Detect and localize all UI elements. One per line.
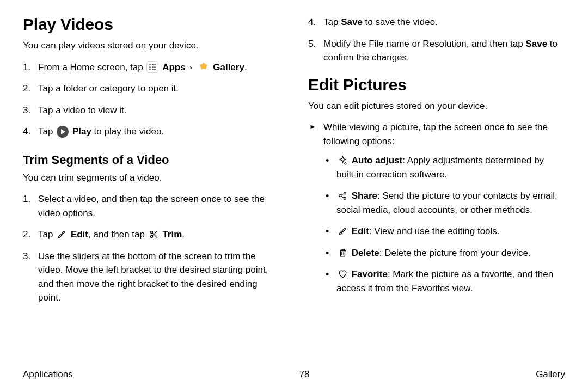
opt-share: Share: Send the picture to your contacts… [323, 189, 565, 217]
edit-opt-label: Edit [352, 226, 369, 236]
favorite-icon [338, 269, 348, 279]
share-label: Share [352, 191, 377, 201]
gallery-icon [198, 61, 210, 73]
opt-auto: Auto adjust: Apply adjustments determine… [323, 154, 565, 181]
scissors-icon [149, 229, 159, 240]
right-column: Tap Save to save the video. Modify the F… [308, 15, 565, 313]
trim-step-1: Select a video, and then tap the screen … [23, 192, 280, 220]
trim-2b: , and then tap [88, 229, 148, 240]
step-1-text-a: From a Home screen, tap [38, 62, 145, 72]
trim-step-4: Tap Save to save the video. [308, 15, 565, 29]
heading-play-videos: Play Videos [23, 15, 280, 34]
trim-2c: . [182, 229, 185, 240]
save-label-2: Save [525, 39, 547, 49]
lead-item: While viewing a picture, tap the screen … [308, 120, 565, 295]
edit-label: Edit [71, 229, 88, 240]
play-videos-steps: From a Home screen, tap Apps › Gallery. … [23, 60, 280, 139]
delete-text: : Delete the picture from your device. [379, 248, 531, 258]
footer-left: Applications [23, 369, 73, 380]
gallery-label: Gallery [213, 62, 244, 72]
opt-edit: Edit: View and use the editing tools. [323, 224, 565, 238]
svg-point-1 [150, 231, 152, 234]
opt-delete: Delete: Delete the picture from your dev… [323, 246, 565, 260]
favorite-label: Favorite [352, 269, 388, 279]
trim-steps-continued: Tap Save to save the video. Modify the F… [308, 15, 565, 65]
footer-page-number: 78 [299, 369, 309, 380]
trim-label: Trim [162, 229, 182, 240]
apps-label: Apps [162, 62, 186, 72]
delete-icon [338, 248, 348, 258]
footer-right: Gallery [536, 369, 565, 380]
c4a: Tap [323, 17, 341, 27]
auto-adjust-icon [338, 155, 348, 166]
left-column: Play Videos You can play videos stored o… [23, 15, 280, 313]
edit-pictures-lead: While viewing a picture, tap the screen … [308, 120, 565, 295]
footer: Applications 78 Gallery [23, 369, 565, 380]
trim-2a: Tap [38, 229, 56, 240]
intro-play-videos: You can play videos stored on your devic… [23, 39, 280, 53]
c5a: Modify the File name or Resolution, and … [323, 39, 525, 49]
svg-point-0 [150, 236, 152, 238]
step-4: Tap Play to play the video. [23, 125, 280, 139]
step-4-text-b: to play the video. [91, 126, 164, 137]
chevron-right-icon: › [189, 63, 192, 71]
edit-opt-text: : View and use the editing tools. [369, 226, 500, 236]
trim-step-3: Use the sliders at the bottom of the scr… [23, 249, 280, 305]
edit-icon [338, 226, 348, 236]
delete-label: Delete [352, 248, 379, 258]
step-3: Tap a video to view it. [23, 103, 280, 118]
heading-edit-pictures: Edit Pictures [308, 76, 565, 94]
step-2: Tap a folder or category to open it. [23, 82, 280, 96]
lead-text: While viewing a picture, tap the screen … [323, 122, 548, 146]
opt-favorite: Favorite: Mark the picture as a favorite… [323, 267, 565, 295]
trim-step-5: Modify the File name or Resolution, and … [308, 37, 565, 65]
trim-steps: Select a video, and then tap the screen … [23, 192, 280, 305]
play-label: Play [72, 126, 91, 137]
save-label-1: Save [341, 17, 363, 27]
c4b: to save the video. [363, 17, 438, 27]
intro-edit-pictures: You can edit pictures stored on your dev… [308, 100, 565, 113]
step-1: From a Home screen, tap Apps › Gallery. [23, 60, 280, 75]
columns: Play Videos You can play videos stored o… [23, 15, 565, 313]
trim-step-2: Tap Edit, and then tap Trim. [23, 228, 280, 242]
edit-options: Auto adjust: Apply adjustments determine… [323, 154, 565, 295]
heading-trim: Trim Segments of a Video [23, 153, 280, 167]
play-icon [57, 126, 69, 138]
step-4-text-a: Tap [38, 126, 56, 137]
apps-icon [146, 61, 158, 73]
share-icon [338, 191, 348, 201]
auto-label: Auto adjust [352, 155, 403, 166]
intro-trim: You can trim segments of a video. [23, 171, 280, 185]
step-1-end: . [244, 62, 247, 72]
edit-pencil-icon [57, 229, 67, 240]
